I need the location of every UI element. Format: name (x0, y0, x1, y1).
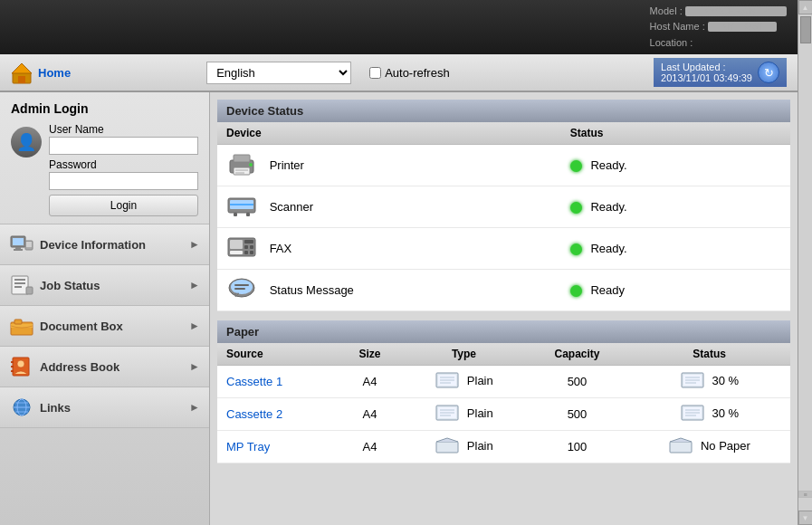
col-device: Device (217, 122, 561, 145)
scroll-up-arrow[interactable]: ▲ (798, 0, 813, 14)
sidebar-item-document-box[interactable]: Document Box ► (0, 306, 209, 347)
svg-rect-37 (246, 213, 250, 216)
location-label: Location : (650, 37, 693, 48)
device-table-row: Status Message Ready (217, 270, 790, 311)
sidebar-item-job-status[interactable]: Job Status ► (0, 265, 209, 306)
paper-tray-icon-2 (668, 436, 693, 457)
paper-table: Source Size Type Capacity Status Cassett… (217, 343, 790, 463)
paper-section: Paper Source Size Type Capacity Status C… (217, 320, 790, 463)
paper-col-size: Size (338, 343, 402, 366)
paper-icon-0 (435, 371, 460, 392)
sidebar-label-job-status: Job Status (40, 279, 100, 292)
links-arrow: ► (189, 401, 200, 414)
main-content: Device Status Device Status Printer Read… (210, 92, 798, 525)
paper-icon-1 (435, 404, 460, 425)
address-book-arrow: ► (189, 360, 200, 373)
paper-col-status: Status (628, 343, 790, 366)
printer-icon (226, 151, 257, 179)
user-avatar: 👤 (11, 127, 42, 158)
status-dot-1 (570, 202, 582, 214)
svg-rect-32 (235, 172, 244, 174)
admin-login-panel: Admin Login 👤 User Name Password Login (0, 92, 209, 224)
svg-point-30 (249, 163, 253, 167)
sidebar: Admin Login 👤 User Name Password Login (0, 92, 210, 525)
sidebar-item-address-book[interactable]: Address Book ► (0, 347, 209, 387)
svg-rect-16 (14, 320, 22, 324)
address-book-icon (9, 356, 34, 377)
job-status-icon (9, 274, 34, 296)
nav-bar: Home English Japanese French Auto-refres… (0, 54, 812, 92)
svg-rect-10 (14, 279, 25, 281)
svg-rect-31 (235, 169, 248, 171)
sidebar-label-address-book: Address Book (40, 360, 119, 374)
paper-col-source: Source (217, 343, 338, 366)
password-input[interactable] (49, 172, 198, 190)
device-status-1: Ready. (590, 201, 626, 215)
svg-rect-43 (244, 251, 248, 254)
username-input[interactable] (49, 137, 198, 155)
device-status-0: Ready. (590, 159, 626, 173)
device-name-1: Scanner (270, 200, 313, 214)
device-table-row: Printer Ready. (217, 145, 790, 186)
sidebar-item-links[interactable]: Links ► (0, 387, 209, 428)
sidebar-label-links: Links (40, 401, 71, 415)
admin-login-title: Admin Login (11, 101, 198, 116)
svg-rect-20 (11, 366, 14, 368)
paper-icon-2 (435, 436, 460, 457)
col-status: Status (561, 122, 790, 145)
last-updated-value: 2013/11/01 03:49:39 (661, 72, 752, 83)
svg-rect-13 (26, 287, 33, 294)
language-select[interactable]: English Japanese French (206, 62, 351, 84)
svg-rect-4 (13, 238, 24, 245)
device-name-3: Status Message (270, 283, 354, 297)
svg-rect-36 (234, 213, 237, 216)
status-dot-2 (570, 243, 582, 255)
sidebar-nav: Device Information ► Job Status ► (0, 224, 209, 428)
paper-col-capacity: Capacity (526, 343, 628, 366)
fax-icon (226, 234, 257, 262)
svg-point-47 (231, 280, 253, 294)
paper-table-row: Cassette 2 A4 Plain 500 30 % (217, 398, 790, 431)
svg-rect-15 (11, 324, 33, 328)
svg-rect-44 (250, 251, 253, 254)
login-button[interactable]: Login (49, 195, 198, 216)
svg-rect-45 (230, 251, 243, 254)
device-status-2: Ready. (590, 243, 626, 256)
sidebar-item-device-information[interactable]: Device Information ► (0, 224, 209, 265)
device-table-row: Scanner Ready. (217, 186, 790, 228)
status-dot-3 (570, 285, 582, 297)
scroll-down-arrow[interactable]: ▼ (798, 511, 813, 525)
username-field-label: User Name (49, 123, 198, 136)
svg-rect-21 (11, 370, 14, 372)
last-updated-label: Last Updated : (661, 62, 752, 72)
home-label: Home (38, 66, 71, 80)
svg-rect-8 (26, 242, 32, 247)
device-info-icon (9, 234, 34, 255)
model-label: Model : (650, 5, 683, 16)
svg-rect-39 (230, 240, 243, 249)
links-icon (9, 396, 34, 418)
device-status-header: Device Status (217, 100, 790, 122)
svg-rect-2 (18, 76, 25, 83)
svg-rect-41 (244, 245, 248, 249)
job-status-arrow: ► (189, 279, 200, 291)
sidebar-label-device-information: Device Information (40, 238, 146, 252)
svg-rect-5 (15, 247, 21, 249)
svg-rect-42 (250, 245, 253, 249)
refresh-button[interactable]: ↻ (758, 62, 779, 83)
auto-refresh-checkbox[interactable] (369, 67, 381, 79)
auto-refresh-label[interactable]: Auto-refresh (369, 66, 450, 80)
scanner-icon (226, 193, 257, 221)
device-status-3: Ready (590, 284, 625, 298)
scroll-resize-grip: ≡ (798, 491, 813, 498)
hostname-value: KM-HOST (708, 22, 777, 32)
svg-marker-1 (12, 63, 32, 73)
document-box-icon (9, 315, 34, 337)
status-dot-0 (570, 160, 582, 172)
svg-rect-70 (436, 442, 458, 453)
device-status-table: Device Status Printer Ready. Scanner Rea… (217, 122, 790, 311)
last-updated-panel: Last Updated : 2013/11/01 03:49:39 ↻ (654, 58, 787, 87)
svg-rect-49 (234, 288, 245, 290)
scroll-thumb[interactable] (800, 16, 811, 43)
home-button[interactable]: Home (9, 60, 71, 85)
